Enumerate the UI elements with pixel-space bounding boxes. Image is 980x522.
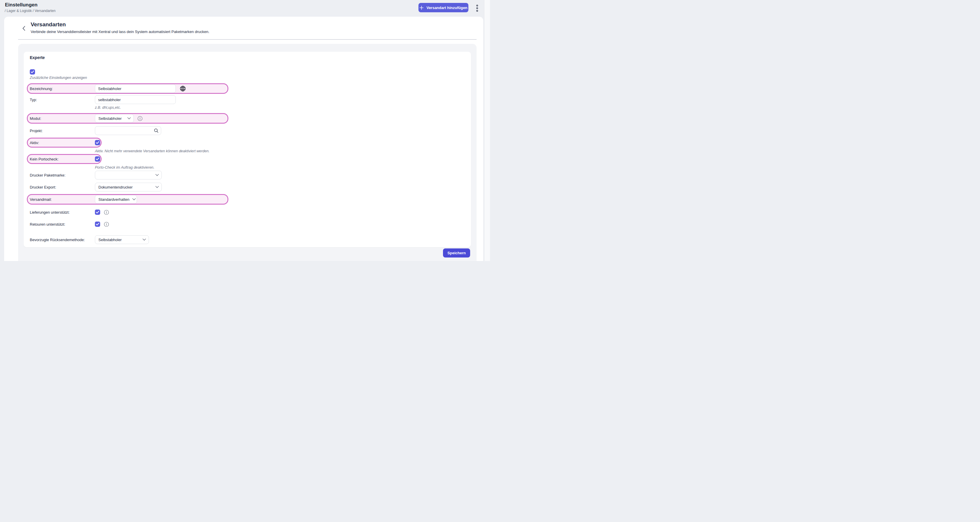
info-icon[interactable] [138, 116, 143, 121]
bezeichnung-label: Bezeichnung: [30, 86, 95, 91]
field-row-typ: Typ: [30, 95, 465, 104]
header-divider [18, 39, 477, 40]
chevron-down-icon [155, 185, 159, 188]
drucker-export-select-value: Dokumentendrucker [99, 185, 132, 189]
add-versandart-button[interactable]: Versandart hinzufügen [418, 3, 468, 12]
kein-portocheck-label: Kein Portocheck: [30, 157, 95, 161]
field-row-lieferungen: Lieferungen unterstützt: [30, 209, 465, 215]
add-versandart-label: Versandart hinzufügen [426, 6, 467, 10]
lieferungen-checkbox[interactable] [95, 209, 100, 215]
chevron-down-icon [155, 173, 159, 176]
back-button[interactable] [21, 26, 27, 32]
main-card: Versandarten Verbinde deine Versanddiens… [4, 17, 483, 261]
info-icon[interactable] [104, 222, 109, 227]
modul-select-value: Selbstabholer [99, 117, 122, 121]
page-scrollbar[interactable] [484, 0, 490, 261]
modul-label: Modul: [30, 117, 95, 121]
card-subtitle: Verbinde deine Versanddienstleister mit … [31, 30, 209, 34]
chevron-down-icon [143, 237, 146, 241]
settings-panel: Experte Zusätzliche Einstellungen anzeig… [18, 44, 477, 261]
ruecksendemethode-select[interactable]: Selbstabholer [95, 235, 149, 244]
projekt-label: Projekt: [30, 129, 95, 133]
kein-portocheck-hint: Porto-Check im Auftrag deaktivieren. [95, 165, 465, 169]
drucker-paketmarke-select[interactable] [95, 171, 162, 179]
field-row-projekt: Projekt: [30, 126, 465, 135]
check-icon [96, 158, 99, 160]
kebab-icon [476, 5, 478, 12]
kein-portocheck-checkbox[interactable] [95, 156, 100, 162]
chevron-down-icon [127, 116, 130, 119]
drucker-export-label: Drucker Export: [30, 185, 95, 189]
check-icon [96, 141, 99, 144]
aktiv-hint: Aktiv. Nicht mehr verwendete Versandarte… [95, 149, 465, 153]
extra-settings-checkbox[interactable] [30, 69, 35, 75]
lieferungen-label: Lieferungen unterstützt: [30, 210, 95, 214]
field-row-kein-portocheck: Kein Portocheck: [27, 154, 102, 164]
field-row-versandmail: Versandmail: Standardverhalten [27, 194, 228, 204]
typ-label: Typ: [30, 97, 95, 102]
field-row-retouren: Retouren unterstützt: [30, 221, 465, 227]
back-chevron-icon [22, 26, 25, 31]
plus-icon [419, 6, 424, 10]
aktiv-label: Aktiv: [30, 140, 95, 145]
field-row-aktiv: Aktiv: [27, 138, 102, 148]
aktiv-checkbox[interactable] [95, 140, 100, 145]
projekt-input[interactable] [95, 126, 161, 135]
section-title: Experte [30, 55, 465, 60]
globe-icon[interactable] [180, 85, 186, 92]
modul-select[interactable]: Selbstabholer [95, 114, 134, 123]
page-header: Einstellungen / Lager & Logistik / Versa… [0, 0, 484, 17]
bezeichnung-input[interactable] [95, 84, 176, 93]
retouren-checkbox[interactable] [95, 222, 100, 227]
field-row-modul: Modul: Selbstabholer [27, 113, 228, 124]
card-title: Versandarten [31, 21, 66, 28]
page-title: Einstellungen [5, 2, 37, 8]
retouren-label: Retouren unterstützt: [30, 222, 95, 227]
check-icon [31, 70, 34, 73]
card-header: Versandarten Verbinde deine Versanddiens… [4, 17, 483, 40]
field-row-ruecksendemethode: Bevorzugte Rücksendemethode: Selbstabhol… [30, 235, 465, 244]
field-row-drucker-export: Drucker Export: Dokumentendrucker [30, 183, 465, 192]
extra-settings-caption: Zusätzliche Einstellungen anzeigen [30, 76, 465, 80]
check-icon [96, 211, 99, 214]
check-icon [96, 223, 99, 226]
kebab-menu-button[interactable] [474, 4, 480, 13]
drucker-export-select[interactable]: Dokumentendrucker [95, 183, 162, 192]
ruecksendemethode-label: Bevorzugte Rücksendemethode: [30, 238, 95, 242]
save-button[interactable]: Speichern [443, 248, 470, 257]
breadcrumb: / Lager & Logistik / Versandarten [5, 9, 56, 13]
chevron-down-icon [132, 197, 136, 200]
field-row-bezeichnung: Bezeichnung: [27, 83, 228, 94]
ruecksendemethode-select-value: Selbstabholer [99, 238, 122, 242]
drucker-paketmarke-label: Drucker Paketmarke: [30, 173, 95, 177]
typ-input[interactable] [95, 95, 176, 104]
field-row-drucker-paketmarke: Drucker Paketmarke: [30, 171, 465, 179]
versandmail-label: Versandmail: [30, 197, 95, 202]
versandmail-select[interactable]: Standardverhalten [95, 195, 137, 204]
expert-form-card: Experte Zusätzliche Einstellungen anzeig… [24, 52, 471, 247]
typ-hint: z.B. dhl,ups,etc. [95, 105, 465, 110]
versandmail-select-value: Standardverhalten [99, 197, 129, 202]
info-icon[interactable] [104, 210, 109, 215]
